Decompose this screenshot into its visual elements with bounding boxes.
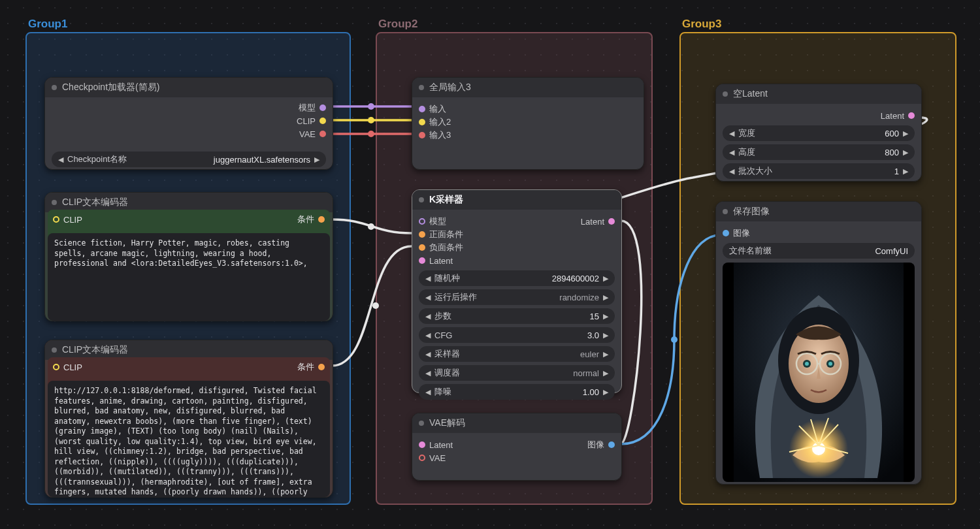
- prompt-text-negative[interactable]: http://127.0.0.1:8188/deformed, disfigur…: [48, 381, 330, 497]
- node-checkpoint-loader[interactable]: Checkpoint加载器(简易) 模型 CLIP VAE ◀Checkpoin…: [44, 77, 333, 170]
- svg-point-15: [828, 362, 832, 366]
- node-vae-decode[interactable]: VAE解码 Latent VAE 图像: [412, 413, 622, 481]
- node-title-label: Checkpoint加载器(简易): [62, 82, 159, 93]
- input-neg[interactable]: 负面条件: [419, 241, 463, 254]
- group-2-title: Group2: [378, 18, 417, 31]
- output-latent[interactable]: Latent: [581, 215, 615, 228]
- node-empty-latent[interactable]: 空Latent Latent ◀宽度600▶ ◀高度800▶ ◀批次大小1▶: [715, 84, 922, 182]
- node-ksampler[interactable]: K采样器 模型 正面条件 负面条件 Latent Latent ◀随机种2894…: [412, 189, 622, 393]
- group-1-title: Group1: [28, 18, 67, 31]
- output-clip[interactable]: CLIP: [280, 114, 326, 127]
- output-image[interactable]: 图像: [587, 438, 615, 451]
- node-title-label: 保存图像: [733, 206, 770, 217]
- input-latent[interactable]: Latent: [419, 254, 463, 267]
- output-latent[interactable]: Latent: [723, 109, 915, 122]
- svg-point-5: [671, 336, 678, 343]
- batch-widget[interactable]: ◀批次大小1▶: [723, 163, 915, 179]
- output-vae[interactable]: VAE: [280, 127, 326, 140]
- node-title-label: 全局输入3: [429, 82, 471, 93]
- steps-widget[interactable]: ◀步数15▶: [419, 308, 615, 324]
- svg-point-1: [368, 117, 374, 123]
- input-3[interactable]: 输入3: [419, 129, 637, 142]
- checkpoint-select[interactable]: ◀Checkpoint名称 juggernautXL.safetensors▶: [52, 152, 326, 167]
- input-image[interactable]: 图像: [723, 227, 915, 240]
- group-3-title: Group3: [682, 18, 721, 31]
- svg-point-13: [805, 362, 809, 366]
- svg-point-3: [368, 223, 374, 230]
- input-1[interactable]: 输入: [419, 103, 637, 116]
- node-title-label: CLIP文本编码器: [62, 344, 128, 356]
- scheduler-widget[interactable]: ◀调度器normal▶: [419, 365, 615, 381]
- input-pos[interactable]: 正面条件: [419, 228, 463, 241]
- node-clip-encode-positive[interactable]: CLIP文本编码器 CLIP 条件 Science fiction, Harry…: [44, 192, 333, 321]
- output-conditioning[interactable]: 条件: [297, 361, 325, 373]
- output-conditioning[interactable]: 条件: [297, 214, 325, 225]
- svg-point-2: [368, 131, 374, 137]
- input-vae[interactable]: VAE: [419, 451, 453, 464]
- input-2[interactable]: 输入2: [419, 116, 637, 129]
- node-graph-canvas[interactable]: Group1 Group2 Group3 Checkpoint加载器(简易) 模…: [0, 0, 980, 529]
- node-title-label: 空Latent: [733, 88, 768, 100]
- node-title-label: CLIP文本编码器: [62, 197, 128, 208]
- output-model[interactable]: 模型: [280, 101, 326, 114]
- input-clip[interactable]: CLIP: [53, 215, 82, 225]
- height-widget[interactable]: ◀高度800▶: [723, 144, 915, 160]
- hooded-wizard-illustration: [723, 263, 915, 482]
- denoise-widget[interactable]: ◀降噪1.00▶: [419, 384, 615, 400]
- filename-prefix-widget[interactable]: 文件名前缀ComfyUI: [723, 243, 915, 259]
- after-generate-widget[interactable]: ◀运行后操作randomize▶: [419, 289, 615, 305]
- node-clip-encode-negative[interactable]: CLIP文本编码器 CLIP 条件 http://127.0.0.1:8188/…: [44, 340, 333, 498]
- svg-point-0: [368, 103, 374, 110]
- generated-image-preview[interactable]: [723, 263, 915, 482]
- node-global-input[interactable]: 全局输入3 输入 输入2 输入3: [412, 77, 644, 170]
- input-model[interactable]: 模型: [419, 215, 463, 228]
- node-title-label: VAE解码: [429, 417, 465, 429]
- cfg-widget[interactable]: ◀CFG3.0▶: [419, 327, 615, 343]
- input-clip[interactable]: CLIP: [53, 362, 82, 372]
- prompt-text-positive[interactable]: Science fiction, Harry Potter, magic, ro…: [48, 233, 330, 321]
- sampler-widget[interactable]: ◀采样器euler▶: [419, 346, 615, 362]
- width-widget[interactable]: ◀宽度600▶: [723, 125, 915, 141]
- node-save-image[interactable]: 保存图像 图像 文件名前缀ComfyUI: [715, 201, 922, 485]
- node-title-label: K采样器: [429, 194, 463, 206]
- input-latent[interactable]: Latent: [419, 438, 453, 451]
- seed-widget[interactable]: ◀随机种2894600002▶: [419, 270, 615, 286]
